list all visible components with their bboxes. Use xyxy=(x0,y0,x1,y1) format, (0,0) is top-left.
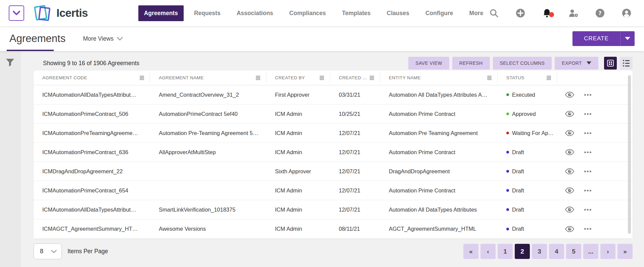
view-agreement-icon[interactable] xyxy=(565,149,574,155)
view-agreement-icon[interactable] xyxy=(565,226,574,232)
row-menu-icon[interactable] xyxy=(584,94,591,96)
create-dropdown-button[interactable] xyxy=(620,31,635,46)
cell-status: Waiting For Ap… xyxy=(498,130,557,136)
grid-view-toggle[interactable] xyxy=(604,57,617,70)
cell-agreement-name: AllApproverAtMultiStep xyxy=(150,149,266,155)
view-agreement-icon[interactable] xyxy=(565,168,574,174)
column-menu-icon[interactable] xyxy=(139,76,144,80)
row-menu-icon[interactable] xyxy=(584,190,591,191)
column-header[interactable]: CREATED BY xyxy=(266,73,330,83)
cell-status: Draft xyxy=(498,168,557,175)
icertis-logo: Icertis xyxy=(33,4,88,23)
cell-entity-name: Automation All DataTypes Attributes A… xyxy=(380,92,498,98)
status-dot xyxy=(506,208,509,211)
table-scrollbar[interactable] xyxy=(628,75,631,234)
title-active-underline xyxy=(7,50,54,51)
column-menu-icon[interactable] xyxy=(369,76,374,80)
page-title: Agreements xyxy=(9,33,65,45)
row-menu-icon[interactable] xyxy=(584,209,591,211)
table-row[interactable]: ICMAutomationPrimeContract_654 ICM Admin… xyxy=(34,181,633,200)
table-row[interactable]: ICMAutomationPreTeamingAgreeme… Automati… xyxy=(34,124,633,143)
view-agreement-icon[interactable] xyxy=(565,130,574,136)
row-menu-icon[interactable] xyxy=(584,132,591,134)
column-label: AGREEMENT CODE xyxy=(42,75,87,80)
view-agreement-icon[interactable] xyxy=(565,111,574,117)
list-view-toggle[interactable] xyxy=(620,57,633,70)
page-button[interactable]: 4 xyxy=(549,244,564,259)
help-icon[interactable]: ? xyxy=(595,8,605,18)
cell-actions xyxy=(557,92,633,98)
content-area: Showing 9 to 16 of 1906 Agreements SAVE … xyxy=(0,51,644,267)
nav-item[interactable]: Templates xyxy=(336,5,376,21)
column-menu-icon[interactable] xyxy=(487,76,492,80)
cell-entity-name: Automation Prime Contract xyxy=(380,149,498,155)
column-header[interactable]: CREATED … xyxy=(330,73,380,83)
column-menu-icon[interactable] xyxy=(256,76,261,80)
cell-agreement-code: ICMDragAndDropAgreement_22 xyxy=(34,168,150,175)
page-button[interactable]: 5 xyxy=(566,244,581,259)
filter-icon[interactable] xyxy=(5,58,15,68)
column-header[interactable]: ENTITY NAME xyxy=(380,73,498,83)
column-menu-icon[interactable] xyxy=(546,76,551,80)
add-icon[interactable] xyxy=(515,8,525,18)
notifications-bell-icon[interactable] xyxy=(542,8,552,18)
column-header[interactable]: STATUS xyxy=(498,73,557,83)
save-view-button[interactable]: SAVE VIEW xyxy=(408,57,449,70)
nav-item[interactable]: Agreements xyxy=(138,5,184,21)
row-menu-icon[interactable] xyxy=(584,228,591,230)
row-menu-icon[interactable] xyxy=(584,113,591,115)
collapse-nav-button[interactable] xyxy=(9,5,24,21)
cell-actions xyxy=(557,187,633,193)
column-header[interactable]: AGREEMENT NAME xyxy=(150,73,266,83)
page-button[interactable]: › xyxy=(600,244,615,259)
nav-item[interactable]: More xyxy=(464,5,489,21)
chevron-down-icon xyxy=(51,250,57,253)
table-row[interactable]: ICMAutomationPrimeContract_636 AllApprov… xyxy=(34,143,633,162)
more-views-dropdown[interactable]: More Views xyxy=(83,35,123,42)
page-button[interactable]: « xyxy=(463,244,478,259)
view-agreement-icon[interactable] xyxy=(565,207,574,213)
page-button[interactable]: » xyxy=(617,244,633,259)
column-header[interactable]: AGREEMENT CODE xyxy=(34,73,150,83)
nav-item[interactable]: Clauses xyxy=(381,5,415,21)
cell-agreement-name: AutomationPrimeContract 5ef40 xyxy=(150,111,266,117)
nav-item[interactable]: Requests xyxy=(188,5,226,21)
table-row[interactable]: ICMDragAndDropAgreement_22 Sixth Approve… xyxy=(34,162,633,181)
search-icon[interactable] xyxy=(489,8,499,18)
column-label: ENTITY NAME xyxy=(389,75,421,80)
page-button[interactable]: 2 xyxy=(515,244,530,259)
status-label: Draft xyxy=(512,207,524,213)
table-row[interactable]: ICMAutomationAllDataTypesAttribut… Smart… xyxy=(34,200,633,219)
refresh-button[interactable]: REFRESH xyxy=(452,57,490,70)
nav-item[interactable]: Associations xyxy=(231,5,279,21)
row-menu-icon[interactable] xyxy=(584,171,591,172)
cell-status: Draft xyxy=(498,226,557,232)
navbar-icons: ? xyxy=(489,8,636,18)
nav-item[interactable]: Configure xyxy=(420,5,459,21)
nav-item[interactable]: Compliances xyxy=(284,5,332,21)
page-button[interactable]: 1 xyxy=(498,244,513,259)
cell-agreement-code: ICMAutomationPrimeContract_506 xyxy=(34,111,150,117)
row-menu-icon[interactable] xyxy=(584,151,591,153)
delegate-user-icon[interactable] xyxy=(568,8,579,18)
page-button[interactable]: ‹ xyxy=(480,244,496,259)
view-agreement-icon[interactable] xyxy=(565,187,574,193)
chevron-down-icon xyxy=(13,11,20,15)
table-row[interactable]: ICMAutomationAllDataTypesAttribut… Amend… xyxy=(34,85,633,104)
cell-actions xyxy=(557,207,633,213)
cell-status: Draft xyxy=(498,207,557,213)
export-button[interactable]: EXPORT xyxy=(555,57,598,70)
status-label: Approved xyxy=(512,111,536,117)
profile-icon[interactable] xyxy=(622,8,632,18)
column-menu-icon[interactable] xyxy=(319,76,324,80)
select-columns-button[interactable]: SELECT COLUMNS xyxy=(493,57,552,70)
items-per-page-select[interactable]: 8 xyxy=(34,243,62,259)
table-row[interactable]: ICMAutomationPrimeContract_506 Automatio… xyxy=(34,104,633,124)
status-dot xyxy=(506,93,509,96)
cell-actions xyxy=(557,168,633,174)
table-row[interactable]: ICMAGCT_AgreementSummary_HT… Awesome Ver… xyxy=(34,219,633,238)
view-agreement-icon[interactable] xyxy=(565,92,574,98)
page-button[interactable]: ... xyxy=(583,244,598,259)
page-button[interactable]: 3 xyxy=(532,244,547,259)
create-button[interactable]: CREATE xyxy=(572,31,620,46)
